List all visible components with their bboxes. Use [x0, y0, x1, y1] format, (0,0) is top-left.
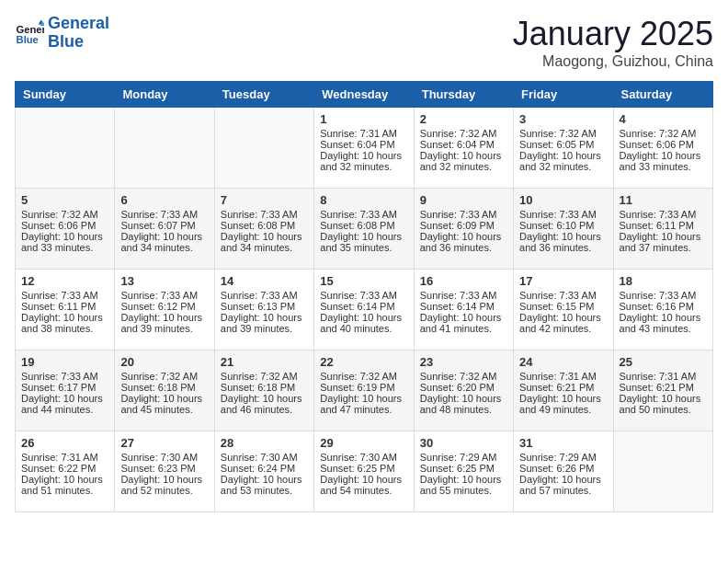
day-number: 23	[420, 355, 507, 369]
daylight-text: Daylight: 10 hours and 54 minutes.	[320, 474, 407, 496]
sunset-text: Sunset: 6:12 PM	[120, 301, 208, 312]
sunrise-text: Sunrise: 7:33 AM	[221, 209, 308, 220]
sunset-text: Sunset: 6:04 PM	[320, 139, 407, 150]
daylight-text: Daylight: 10 hours and 39 minutes.	[120, 312, 208, 334]
logo-line1: General	[48, 14, 109, 32]
day-number: 17	[519, 274, 607, 288]
sunrise-text: Sunrise: 7:32 AM	[21, 209, 108, 220]
sunrise-text: Sunrise: 7:33 AM	[120, 290, 208, 301]
logo-icon: General Blue	[15, 18, 44, 48]
daylight-text: Daylight: 10 hours and 33 minutes.	[620, 150, 707, 172]
sunset-text: Sunset: 6:19 PM	[320, 382, 407, 393]
sunset-text: Sunset: 6:22 PM	[21, 463, 108, 474]
daylight-text: Daylight: 10 hours and 43 minutes.	[620, 312, 707, 334]
daylight-text: Daylight: 10 hours and 49 minutes.	[519, 393, 607, 415]
calendar-cell: 6Sunrise: 7:33 AMSunset: 6:07 PMDaylight…	[115, 189, 214, 270]
day-number: 10	[519, 193, 607, 207]
day-number: 18	[620, 274, 707, 288]
daylight-text: Daylight: 10 hours and 53 minutes.	[221, 474, 308, 496]
weekday-header-tuesday: Tuesday	[214, 82, 313, 108]
day-number: 24	[519, 355, 607, 369]
weekday-header-friday: Friday	[514, 82, 613, 108]
day-number: 9	[420, 193, 507, 207]
svg-text:Blue: Blue	[17, 34, 39, 45]
daylight-text: Daylight: 10 hours and 46 minutes.	[221, 393, 308, 415]
calendar-cell: 4Sunrise: 7:32 AMSunset: 6:06 PMDaylight…	[613, 108, 712, 189]
sunset-text: Sunset: 6:11 PM	[620, 220, 707, 231]
sunset-text: Sunset: 6:06 PM	[620, 139, 707, 150]
day-number: 25	[620, 355, 707, 369]
daylight-text: Daylight: 10 hours and 48 minutes.	[420, 393, 507, 415]
calendar-cell: 16Sunrise: 7:33 AMSunset: 6:14 PMDayligh…	[414, 270, 513, 350]
sunset-text: Sunset: 6:04 PM	[420, 139, 507, 150]
day-number: 8	[320, 193, 407, 207]
sunrise-text: Sunrise: 7:33 AM	[320, 209, 407, 220]
calendar-cell: 15Sunrise: 7:33 AMSunset: 6:14 PMDayligh…	[314, 270, 414, 350]
calendar-cell: 11Sunrise: 7:33 AMSunset: 6:11 PMDayligh…	[613, 189, 712, 270]
sunrise-text: Sunrise: 7:32 AM	[420, 371, 507, 382]
sunset-text: Sunset: 6:08 PM	[320, 220, 407, 231]
day-number: 26	[21, 436, 108, 450]
sunset-text: Sunset: 6:21 PM	[519, 382, 607, 393]
calendar-cell: 18Sunrise: 7:33 AMSunset: 6:16 PMDayligh…	[613, 270, 712, 350]
calendar-cell: 10Sunrise: 7:33 AMSunset: 6:10 PMDayligh…	[514, 189, 613, 270]
sunset-text: Sunset: 6:16 PM	[620, 301, 707, 312]
week-row-3: 12Sunrise: 7:33 AMSunset: 6:11 PMDayligh…	[16, 270, 713, 350]
daylight-text: Daylight: 10 hours and 51 minutes.	[21, 474, 108, 496]
sunrise-text: Sunrise: 7:33 AM	[21, 290, 108, 301]
sunrise-text: Sunrise: 7:32 AM	[221, 371, 308, 382]
sunset-text: Sunset: 6:08 PM	[221, 220, 308, 231]
calendar-cell	[214, 108, 313, 189]
sunrise-text: Sunrise: 7:31 AM	[620, 371, 707, 382]
sunset-text: Sunset: 6:09 PM	[420, 220, 507, 231]
sunrise-text: Sunrise: 7:30 AM	[221, 452, 308, 463]
logo-text: General Blue	[48, 15, 109, 52]
day-number: 7	[221, 193, 308, 207]
day-number: 15	[320, 274, 407, 288]
day-number: 5	[21, 193, 108, 207]
daylight-text: Daylight: 10 hours and 34 minutes.	[221, 231, 308, 253]
week-row-2: 5Sunrise: 7:32 AMSunset: 6:06 PMDaylight…	[16, 189, 713, 270]
day-number: 6	[120, 193, 208, 207]
calendar-cell: 28Sunrise: 7:30 AMSunset: 6:24 PMDayligh…	[214, 431, 313, 512]
week-row-1: 1Sunrise: 7:31 AMSunset: 6:04 PMDaylight…	[16, 108, 713, 189]
calendar-cell: 19Sunrise: 7:33 AMSunset: 6:17 PMDayligh…	[16, 350, 115, 431]
sunrise-text: Sunrise: 7:32 AM	[320, 371, 407, 382]
calendar-cell: 30Sunrise: 7:29 AMSunset: 6:25 PMDayligh…	[414, 431, 513, 512]
sunset-text: Sunset: 6:06 PM	[21, 220, 108, 231]
sunrise-text: Sunrise: 7:32 AM	[519, 128, 607, 139]
day-number: 12	[21, 274, 108, 288]
sunset-text: Sunset: 6:10 PM	[519, 220, 607, 231]
sunrise-text: Sunrise: 7:32 AM	[620, 128, 707, 139]
calendar-cell: 23Sunrise: 7:32 AMSunset: 6:20 PMDayligh…	[414, 350, 513, 431]
sunset-text: Sunset: 6:15 PM	[519, 301, 607, 312]
calendar-cell: 17Sunrise: 7:33 AMSunset: 6:15 PMDayligh…	[514, 270, 613, 350]
daylight-text: Daylight: 10 hours and 39 minutes.	[221, 312, 308, 334]
sunrise-text: Sunrise: 7:33 AM	[420, 209, 507, 220]
sunset-text: Sunset: 6:26 PM	[519, 463, 607, 474]
calendar-cell: 20Sunrise: 7:32 AMSunset: 6:18 PMDayligh…	[115, 350, 214, 431]
calendar-cell: 27Sunrise: 7:30 AMSunset: 6:23 PMDayligh…	[115, 431, 214, 512]
calendar-table: SundayMondayTuesdayWednesdayThursdayFrid…	[15, 81, 713, 512]
calendar-cell: 1Sunrise: 7:31 AMSunset: 6:04 PMDaylight…	[314, 108, 414, 189]
sunset-text: Sunset: 6:18 PM	[120, 382, 208, 393]
daylight-text: Daylight: 10 hours and 32 minutes.	[420, 150, 507, 172]
weekday-header-sunday: Sunday	[16, 82, 115, 108]
sunrise-text: Sunrise: 7:29 AM	[420, 452, 507, 463]
sunset-text: Sunset: 6:17 PM	[21, 382, 108, 393]
day-number: 4	[620, 112, 707, 126]
week-row-4: 19Sunrise: 7:33 AMSunset: 6:17 PMDayligh…	[16, 350, 713, 431]
day-number: 14	[221, 274, 308, 288]
calendar-cell: 5Sunrise: 7:32 AMSunset: 6:06 PMDaylight…	[16, 189, 115, 270]
sunset-text: Sunset: 6:14 PM	[420, 301, 507, 312]
sunrise-text: Sunrise: 7:33 AM	[420, 290, 507, 301]
sunset-text: Sunset: 6:25 PM	[420, 463, 507, 474]
sunrise-text: Sunrise: 7:31 AM	[21, 452, 108, 463]
day-number: 11	[620, 193, 707, 207]
daylight-text: Daylight: 10 hours and 44 minutes.	[21, 393, 108, 415]
calendar-cell: 7Sunrise: 7:33 AMSunset: 6:08 PMDaylight…	[214, 189, 313, 270]
logo: General Blue General Blue	[15, 15, 109, 52]
location: Maogong, Guizhou, China	[513, 53, 713, 70]
sunset-text: Sunset: 6:13 PM	[221, 301, 308, 312]
sunrise-text: Sunrise: 7:32 AM	[420, 128, 507, 139]
